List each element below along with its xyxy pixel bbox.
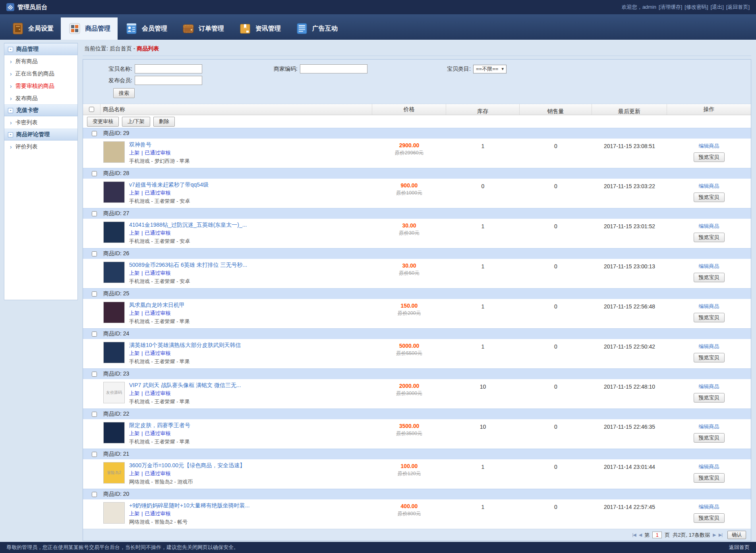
- onsale-status-link[interactable]: 上架: [129, 190, 139, 196]
- preview-product-button[interactable]: 预览宝贝: [694, 393, 725, 403]
- onsale-status-link[interactable]: 上架: [129, 150, 139, 156]
- sidebar-item-all-goods[interactable]: 所有商品: [4, 55, 77, 67]
- audit-status-link[interactable]: 已通过审核: [145, 511, 170, 516]
- baby-name-input[interactable]: [135, 64, 202, 73]
- preview-product-button[interactable]: 预览宝贝: [694, 433, 725, 443]
- row-checkbox[interactable]: [92, 131, 97, 136]
- footer-back-home-link[interactable]: 返回首页: [729, 544, 750, 551]
- sidebar-item-pending-audit-goods[interactable]: 需要审核的商品: [4, 80, 77, 92]
- edit-product-link[interactable]: 编辑商品: [699, 183, 719, 190]
- onsale-status-link[interactable]: 上架: [129, 390, 139, 396]
- thumbnail-watermark: 友价源码: [106, 390, 122, 395]
- preview-product-button[interactable]: 预览宝贝: [694, 233, 725, 242]
- audit-status-link[interactable]: 已通过审核: [145, 390, 170, 396]
- row-checkbox[interactable]: [92, 171, 97, 176]
- audit-status-link[interactable]: 已通过审核: [145, 430, 170, 436]
- onsale-status-link[interactable]: 上架: [129, 350, 139, 356]
- onsale-status-link[interactable]: 上架: [129, 430, 139, 436]
- select-all-checkbox[interactable]: [89, 107, 94, 112]
- tab-member-management[interactable]: 会员管理: [118, 17, 174, 40]
- preview-product-button[interactable]: 预览宝贝: [694, 313, 725, 322]
- product-title-link[interactable]: +9奶锤奶妈碎星随时+10大量稀有绝版坐骑时装...: [129, 502, 249, 509]
- product-title-link[interactable]: v7超值号谁来赶紧秒了带qq54级: [129, 181, 209, 188]
- product-title-link[interactable]: 满英雄10个英雄满熟练大部分皮肤武则天韩信: [129, 342, 241, 349]
- product-title-link[interactable]: 限定皮肤，四赛季王者号: [129, 422, 190, 429]
- preview-product-button[interactable]: 预览宝贝: [694, 473, 725, 483]
- preview-product-button[interactable]: 预览宝贝: [694, 273, 725, 282]
- back-home-link[interactable]: [返回首页]: [726, 4, 750, 11]
- audit-status-link[interactable]: 已通过审核: [145, 190, 170, 196]
- sidebar-group-goods-reviews[interactable]: 商品评论管理: [4, 129, 77, 141]
- sidebar-item-review-list[interactable]: 评价列表: [4, 141, 77, 153]
- change-audit-button[interactable]: 变更审核: [87, 117, 119, 127]
- row-checkbox[interactable]: [92, 251, 97, 256]
- onsale-status-link[interactable]: 上架: [129, 230, 139, 236]
- preview-product-button[interactable]: 预览宝贝: [694, 353, 725, 362]
- sidebar-group-goods[interactable]: 商品管理: [4, 43, 77, 55]
- row-checkbox[interactable]: [92, 211, 97, 216]
- onsale-status-link[interactable]: 上架: [129, 511, 139, 516]
- edit-product-link[interactable]: 编辑商品: [699, 303, 719, 310]
- col-header-price: 价格: [372, 104, 446, 115]
- edit-product-link[interactable]: 编辑商品: [699, 503, 719, 511]
- logout-link[interactable]: [退出]: [711, 4, 724, 11]
- edit-product-link[interactable]: 编辑商品: [699, 383, 719, 390]
- row-checkbox[interactable]: [92, 291, 97, 297]
- product-title-link[interactable]: 41041金1988钻_过防沉迷_五英雄(东皇太一)_...: [129, 222, 247, 228]
- audit-status-link[interactable]: 已通过审核: [145, 350, 170, 356]
- last-page-button[interactable]: ▶|: [719, 532, 722, 538]
- sidebar-group-recharge-cards[interactable]: 充值卡密: [4, 104, 77, 116]
- row-checkbox[interactable]: [92, 372, 97, 377]
- edit-product-link[interactable]: 编辑商品: [699, 223, 719, 230]
- preview-product-button[interactable]: 预览宝贝: [694, 152, 725, 162]
- sidebar-item-publish-goods[interactable]: 发布商品: [4, 92, 77, 104]
- category-select[interactable]: ==不限==: [473, 65, 507, 73]
- app-logo-icon: [6, 3, 14, 11]
- preview-product-button[interactable]: 预览宝贝: [694, 193, 725, 202]
- row-checkbox[interactable]: [92, 331, 97, 337]
- product-id-bar: 商品ID: 22: [83, 408, 751, 419]
- change-password-link[interactable]: [修改密码]: [684, 4, 708, 11]
- sidebar-item-card-list[interactable]: 卡密列表: [4, 116, 77, 129]
- page-number-input[interactable]: [652, 532, 662, 538]
- tab-global-settings[interactable]: 全局设置: [4, 17, 61, 40]
- sidebar-item-on-sale-goods[interactable]: 正在出售的商品: [4, 67, 77, 80]
- product-title-link[interactable]: 凤求凰白龙吟末日机甲: [129, 302, 190, 308]
- product-title-link[interactable]: 50089金币2963钻石 6英雄 未打排位 三无号秒...: [129, 262, 247, 268]
- search-button[interactable]: 搜索: [113, 88, 135, 98]
- edit-product-link[interactable]: 编辑商品: [699, 143, 719, 150]
- preview-product-button[interactable]: 预览宝贝: [694, 513, 725, 523]
- delete-button[interactable]: 删除: [153, 117, 175, 127]
- audit-status-link[interactable]: 已通过审核: [145, 310, 170, 316]
- product-title-link[interactable]: VIP7 武则天 战队赛头像框 满铭文 微信三无...: [129, 382, 241, 389]
- tab-ad-interaction[interactable]: 广告互动: [288, 17, 345, 40]
- clear-cache-link[interactable]: [清理缓存]: [659, 4, 682, 11]
- row-checkbox[interactable]: [92, 492, 97, 497]
- prev-page-button[interactable]: ◀: [639, 532, 642, 538]
- product-row-content: 凤求凰白龙吟末日机甲 上架|已通过审核 手机游戏 - 王者荣耀 - 苹果 150…: [83, 299, 751, 328]
- next-page-button[interactable]: ▶: [713, 532, 715, 538]
- edit-product-link[interactable]: 编辑商品: [699, 463, 719, 470]
- edit-product-link[interactable]: 编辑商品: [699, 343, 719, 350]
- onsale-status-link[interactable]: 上架: [129, 270, 139, 276]
- merchant-code-input[interactable]: [300, 64, 367, 73]
- row-checkbox[interactable]: [92, 412, 97, 417]
- edit-product-link[interactable]: 编辑商品: [699, 263, 719, 270]
- product-title-link[interactable]: 双神兽号: [129, 141, 190, 148]
- row-checkbox[interactable]: [92, 452, 97, 457]
- audit-status-link[interactable]: 已通过审核: [145, 230, 170, 236]
- tab-news-management[interactable]: 资讯管理: [231, 17, 288, 40]
- edit-product-link[interactable]: 编辑商品: [699, 423, 719, 430]
- audit-status-link[interactable]: 已通过审核: [145, 470, 170, 476]
- publisher-member-input[interactable]: [135, 76, 202, 85]
- toggle-shelf-button[interactable]: 上/下架: [122, 117, 150, 127]
- first-page-button[interactable]: |◀: [632, 532, 636, 538]
- audit-status-link[interactable]: 已通过审核: [145, 270, 170, 276]
- confirm-button[interactable]: 确认: [727, 531, 746, 539]
- product-title-link[interactable]: 3600万金币=100.00元【绿色商品，安全迅速】: [129, 462, 245, 469]
- audit-status-link[interactable]: 已通过审核: [145, 150, 170, 156]
- onsale-status-link[interactable]: 上架: [129, 470, 139, 476]
- onsale-status-link[interactable]: 上架: [129, 310, 139, 316]
- tab-order-management[interactable]: 订单管理: [174, 17, 231, 40]
- tab-goods-management[interactable]: 商品管理: [61, 17, 118, 40]
